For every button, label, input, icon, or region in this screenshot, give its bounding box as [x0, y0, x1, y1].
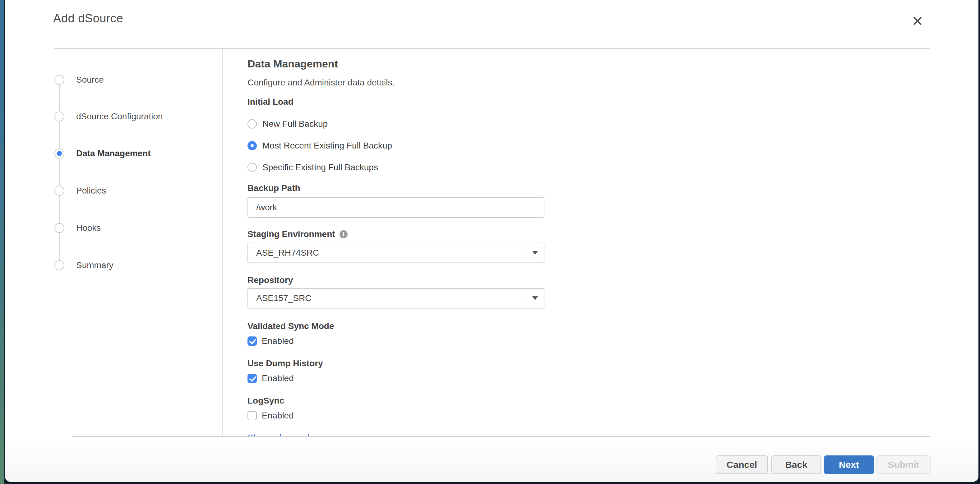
dropdown-caret-button[interactable]	[526, 243, 544, 262]
panel-heading: Data Management	[248, 57, 930, 70]
checkbox-checked-icon	[248, 374, 257, 383]
wizard-step-label: Policies	[76, 186, 106, 196]
wizard-step-label: dSource Configuration	[76, 111, 163, 121]
page: Add dSource ✕ Source dSource Configurati…	[0, 0, 980, 484]
panel-subheading: Configure and Administer data details.	[248, 77, 930, 88]
checkbox-checked-icon	[248, 336, 257, 346]
wizard-connector-line	[59, 80, 60, 265]
backup-path-input[interactable]	[248, 197, 544, 218]
wizard-step-dsource-configuration[interactable]: dSource Configuration	[54, 111, 163, 122]
wizard-step-policies[interactable]: Policies	[54, 185, 106, 196]
wizard-step-label: Summary	[76, 260, 113, 270]
close-icon: ✕	[912, 14, 924, 28]
close-button[interactable]: ✕	[909, 13, 926, 30]
cancel-button[interactable]: Cancel	[716, 455, 768, 474]
repository-dropdown[interactable]: ASE157_SRC	[248, 288, 544, 308]
radio-new-full-backup[interactable]: New Full Backup	[248, 118, 328, 130]
radio-label: Most Recent Existing Full Backup	[262, 141, 392, 151]
modal-title: Add dSource	[53, 12, 123, 25]
add-dsource-modal: Add dSource ✕ Source dSource Configurati…	[5, 0, 978, 482]
caret-down-icon	[532, 251, 538, 255]
use-dump-history-checkbox-row[interactable]: Enabled	[248, 373, 294, 384]
wizard-step-data-management[interactable]: Data Management	[54, 148, 151, 159]
wizard-step-label: Source	[76, 75, 104, 85]
step-circle-icon	[54, 260, 64, 270]
staging-environment-dropdown[interactable]: ASE_RH74SRC	[248, 243, 544, 263]
step-circle-icon	[54, 75, 64, 85]
data-management-panel: Data Management Configure and Administer…	[223, 49, 930, 436]
radio-label: New Full Backup	[262, 119, 328, 129]
wizard-step-label: Data Management	[76, 149, 151, 159]
radio-unselected-icon	[248, 163, 257, 172]
use-dump-history-label: Use Dump History	[248, 358, 930, 369]
checkbox-unchecked-icon	[248, 411, 257, 421]
staging-environment-value: ASE_RH74SRC	[248, 248, 319, 258]
wizard-step-label: Hooks	[76, 223, 101, 233]
step-circle-icon	[54, 186, 64, 196]
modal-footer: Cancel Back Next Submit	[5, 437, 978, 482]
logsync-label: LogSync	[248, 395, 930, 406]
backup-path-label: Backup Path	[248, 183, 930, 194]
staging-environment-label-text: Staging Environment	[248, 229, 335, 240]
radio-selected-icon	[248, 141, 257, 150]
logsync-checkbox-row[interactable]: Enabled	[248, 410, 294, 421]
wizard-step-summary[interactable]: Summary	[54, 260, 113, 271]
show-advanced-link[interactable]: Show advanced	[248, 432, 309, 436]
repository-value: ASE157_SRC	[248, 293, 311, 303]
radio-label: Specific Existing Full Backups	[262, 162, 378, 172]
checkbox-label: Enabled	[262, 336, 294, 346]
repository-label: Repository	[248, 275, 930, 286]
back-button[interactable]: Back	[772, 455, 821, 474]
submit-button: Submit	[877, 455, 931, 474]
info-icon[interactable]: i	[339, 230, 348, 238]
caret-down-icon	[532, 296, 538, 300]
initial-load-label: Initial Load	[248, 97, 930, 107]
validated-sync-mode-checkbox-row[interactable]: Enabled	[248, 336, 294, 346]
staging-environment-label: Staging Environment i	[248, 229, 930, 240]
wizard-step-hooks[interactable]: Hooks	[54, 222, 101, 233]
radio-specific-existing-full-backups[interactable]: Specific Existing Full Backups	[248, 162, 378, 173]
step-circle-active-icon	[54, 149, 64, 159]
checkbox-label: Enabled	[262, 411, 294, 421]
next-button[interactable]: Next	[824, 455, 874, 474]
step-circle-icon	[54, 223, 64, 233]
background-app-edge	[0, 0, 4, 484]
radio-unselected-icon	[248, 119, 257, 129]
wizard-step-source[interactable]: Source	[54, 74, 104, 86]
radio-most-recent-existing-full-backup[interactable]: Most Recent Existing Full Backup	[248, 140, 392, 151]
step-circle-icon	[54, 111, 64, 121]
footer-divider	[72, 436, 930, 437]
dropdown-caret-button[interactable]	[526, 289, 544, 308]
checkbox-label: Enabled	[262, 373, 294, 383]
validated-sync-mode-label: Validated Sync Mode	[248, 321, 930, 332]
